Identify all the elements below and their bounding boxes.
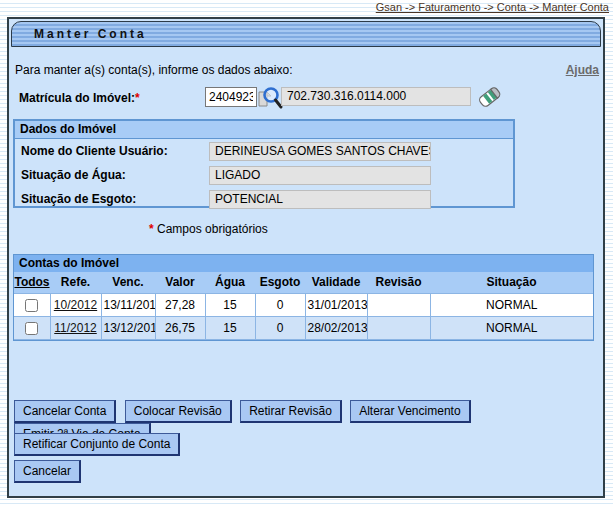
col-revisao: Revisão: [367, 272, 430, 294]
inscricao-field: 702.730.316.0114.000: [281, 87, 471, 106]
situacao-agua-value: LIGADO: [209, 166, 431, 185]
required-asterisk: *: [149, 222, 154, 236]
contas-imovel-title: Contas do Imóvel: [14, 255, 593, 272]
matricula-input[interactable]: [205, 87, 257, 107]
revisao-cell: [367, 294, 430, 317]
conta-ref-link[interactable]: 11/2012: [54, 321, 97, 335]
col-venc: Venc.: [101, 272, 155, 294]
page-title: Manter Conta: [11, 21, 601, 47]
alterar-vencimento-button[interactable]: Alterar Vencimento: [350, 400, 470, 423]
situacao-cell: NORMAL: [430, 317, 593, 340]
situacao-esgoto-label: Situação de Esgoto:: [21, 192, 136, 206]
valor-cell: 27,28: [155, 294, 205, 317]
cancelar-conta-button[interactable]: Cancelar Conta: [14, 400, 116, 423]
validade-cell: 31/01/2013: [305, 294, 367, 317]
colocar-revisao-button[interactable]: Colocar Revisão: [125, 400, 232, 423]
agua-cell: 15: [205, 294, 255, 317]
revisao-cell: [367, 317, 430, 340]
breadcrumb[interactable]: Gsan -> Faturamento -> Conta -> Manter C…: [376, 1, 609, 13]
intro-text: Para manter a(s) conta(s), informe os da…: [15, 63, 292, 77]
required-asterisk: *: [135, 91, 140, 105]
agua-cell: 15: [205, 317, 255, 340]
cancelar-button[interactable]: Cancelar: [14, 460, 81, 483]
col-situacao: Situação: [430, 272, 593, 294]
col-refe: Refe.: [50, 272, 101, 294]
dados-imovel-section: Dados do Imóvel Nome do Cliente Usuário:…: [13, 119, 515, 208]
situacao-agua-label: Situação de Água:: [21, 168, 126, 182]
table-header-row: Todos Refe. Venc. Valor Água Esgoto Vali…: [14, 272, 593, 294]
contas-table: Todos Refe. Venc. Valor Água Esgoto Vali…: [14, 272, 593, 340]
col-esgoto: Esgoto: [255, 272, 305, 294]
retificar-conjunto-button[interactable]: Retificar Conjunto de Conta: [14, 433, 180, 456]
contas-imovel-section: Contas do Imóvel Todos Refe. Venc. Valor…: [13, 254, 594, 341]
esgoto-cell: 0: [255, 317, 305, 340]
validade-cell: 28/02/2013: [305, 317, 367, 340]
required-fields-note: * Campos obrigatórios: [149, 222, 268, 236]
select-row-checkbox[interactable]: [25, 322, 38, 335]
select-all-link[interactable]: Todos: [14, 275, 49, 289]
dados-imovel-title: Dados do Imóvel: [15, 121, 513, 139]
help-link[interactable]: Ajuda: [566, 63, 599, 77]
table-row: 11/2012 13/12/2012 26,75 15 0 28/02/2013…: [14, 317, 593, 340]
cliente-usuario-value: DERINEUSA GOMES SANTOS CHAVES: [209, 142, 431, 161]
col-validade: Validade: [305, 272, 367, 294]
select-row-checkbox[interactable]: [25, 299, 38, 312]
situacao-cell: NORMAL: [430, 294, 593, 317]
situacao-esgoto-value: POTENCIAL: [209, 190, 431, 209]
conta-ref-link[interactable]: 10/2012: [54, 298, 97, 312]
matricula-label: Matrícula do Imóvel:*: [19, 91, 140, 105]
col-valor: Valor: [155, 272, 205, 294]
retirar-revisao-button[interactable]: Retirar Revisão: [240, 400, 342, 423]
col-agua: Água: [205, 272, 255, 294]
venc-cell: 13/11/2012: [101, 294, 155, 317]
table-row: 10/2012 13/11/2012 27,28 15 0 31/01/2013…: [14, 294, 593, 317]
valor-cell: 26,75: [155, 317, 205, 340]
venc-cell: 13/12/2012: [101, 317, 155, 340]
main-panel: Manter Conta Para manter a(s) conta(s), …: [7, 17, 605, 498]
cliente-usuario-label: Nome do Cliente Usuário:: [21, 144, 168, 158]
esgoto-cell: 0: [255, 294, 305, 317]
eraser-clear-icon[interactable]: [473, 81, 505, 116]
